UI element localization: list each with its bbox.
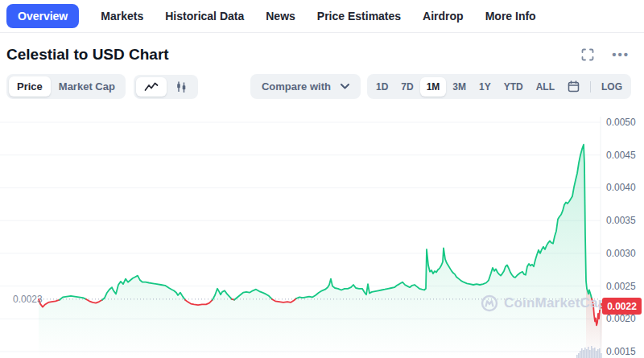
candlestick-chart-icon[interactable] (167, 77, 196, 97)
coin-tab-nav: Overview Markets Historical Data News Pr… (0, 0, 644, 33)
tab-overview[interactable]: Overview (6, 4, 79, 28)
y-axis-tick: 0.0020 (606, 313, 636, 324)
range-all[interactable]: ALL (530, 77, 561, 97)
tab-news[interactable]: News (266, 10, 295, 23)
y-axis-tick: 0.0025 (606, 281, 636, 292)
chart-header: Celestial to USD Chart ••• (0, 33, 644, 64)
compare-with-label: Compare with (262, 80, 331, 93)
y-axis-tick: 0.0050 (606, 117, 636, 128)
gridlines (0, 117, 601, 358)
divider (590, 81, 591, 93)
metric-toggle: Price Market Cap (6, 74, 126, 99)
range-3m[interactable]: 3M (446, 77, 473, 97)
tab-historical-data[interactable]: Historical Data (165, 10, 244, 23)
line-chart-icon[interactable] (136, 77, 167, 97)
coinmarketcap-logo-icon (481, 294, 498, 312)
price-line (39, 145, 604, 326)
range-ytd[interactable]: YTD (497, 77, 530, 97)
chevron-down-icon (341, 84, 349, 89)
fullscreen-icon[interactable] (581, 48, 594, 61)
page-title: Celestial to USD Chart (6, 46, 169, 64)
time-range-selector: 1D 7D 1M 3M 1Y YTD ALL LOG (367, 74, 631, 99)
y-axis-tick: 0.0015 (606, 346, 636, 357)
tab-more-info[interactable]: More Info (485, 10, 536, 23)
metric-toggle-price[interactable]: Price (9, 76, 51, 97)
calendar-icon[interactable] (561, 76, 586, 97)
metric-toggle-market-cap[interactable]: Market Cap (51, 76, 123, 97)
chart-type-toggle (134, 75, 198, 99)
range-7d[interactable]: 7D (394, 77, 419, 97)
area-fill (39, 145, 602, 358)
open-price-label: 0.0023 (13, 294, 43, 305)
y-axis-tick: 0.0035 (606, 215, 636, 226)
y-axis-tick: 0.0030 (606, 248, 636, 259)
range-1y[interactable]: 1Y (473, 77, 497, 97)
tab-markets[interactable]: Markets (101, 10, 143, 23)
log-scale-button[interactable]: LOG (595, 77, 629, 97)
y-axis-tick: 0.0040 (606, 182, 636, 193)
volume-bars (576, 346, 602, 358)
chart-controls: Price Market Cap Compare with 1D 7D 1M 3… (0, 74, 644, 99)
range-1d[interactable]: 1D (369, 77, 394, 97)
y-axis-tick: 0.0045 (606, 150, 636, 161)
current-price-badge: 0.0022 (602, 298, 642, 315)
compare-with-dropdown[interactable]: Compare with (250, 74, 361, 99)
range-1m[interactable]: 1M (420, 77, 447, 97)
more-options-icon[interactable]: ••• (612, 51, 630, 59)
watermark-label: CoinMarketCap (504, 295, 606, 311)
tab-price-estimates[interactable]: Price Estimates (317, 10, 401, 23)
coinmarketcap-watermark: CoinMarketCap (481, 294, 606, 312)
tab-airdrop[interactable]: Airdrop (423, 10, 464, 23)
